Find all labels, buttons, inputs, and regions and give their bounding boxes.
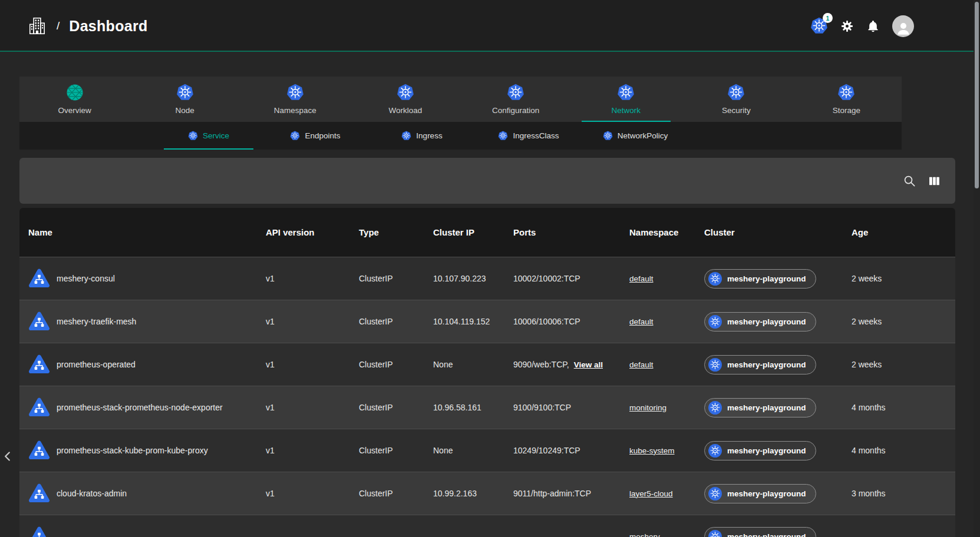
ports-value: 9100/9100:TCP [513, 403, 571, 412]
page-scrollbar[interactable] [974, 0, 980, 537]
ports-value: 9011/http-admin:TCP [513, 489, 591, 498]
category-tab[interactable]: Network [571, 77, 681, 122]
kubernetes-icon [708, 487, 722, 500]
cluster-chip[interactable]: meshery-playground [704, 527, 816, 537]
collapse-drawer-button[interactable] [0, 449, 15, 464]
services-table: Name API version Type Cluster IP Ports N… [19, 208, 955, 537]
category-tab-label: Namespace [274, 106, 316, 115]
cluster-chip[interactable]: meshery-playground [704, 355, 816, 374]
category-tab-label: Configuration [492, 106, 539, 115]
service-type-value: ClusterIP [359, 446, 433, 455]
cluster-chip[interactable]: meshery-playground [704, 312, 816, 332]
column-header-cluster[interactable]: Cluster [704, 227, 852, 237]
kubernetes-icon [401, 131, 411, 141]
column-header-age[interactable]: Age [852, 227, 955, 237]
building-icon[interactable] [27, 16, 47, 36]
resource-subtab[interactable]: IngressClass [481, 122, 576, 150]
search-icon [903, 174, 916, 188]
table-row[interactable]: prometheus-operated v1 ClusterIP None 90… [19, 343, 955, 386]
cluster-chip[interactable]: meshery-playground [704, 484, 816, 503]
cluster-name: meshery-playground [727, 360, 806, 369]
kubernetes-icon [188, 131, 198, 141]
kubernetes-icon [290, 131, 300, 141]
namespace-link[interactable]: default [629, 274, 654, 283]
search-button[interactable] [903, 174, 916, 188]
column-header-ports[interactable]: Ports [513, 227, 629, 237]
table-row[interactable]: prometheus-stack-prometheus-node-exporte… [19, 386, 955, 429]
kubernetes-icon [507, 84, 524, 101]
cluster-ip-value: None [433, 360, 513, 369]
kubernetes-icon [397, 84, 414, 101]
table-header-row: Name API version Type Cluster IP Ports N… [19, 208, 955, 257]
category-tab[interactable]: Security [681, 77, 791, 122]
notifications-button[interactable] [866, 19, 880, 33]
user-avatar[interactable] [892, 15, 914, 37]
namespace-link[interactable]: default [629, 360, 654, 369]
namespace-link[interactable]: monitoring [629, 403, 666, 412]
cluster-name: meshery-playground [727, 274, 806, 283]
category-tab[interactable]: Node [130, 77, 240, 122]
category-tab[interactable]: Configuration [461, 77, 571, 122]
settings-gear-icon [840, 19, 854, 33]
category-tab[interactable]: Workload [350, 77, 460, 122]
kubernetes-icon [603, 131, 613, 141]
table-row[interactable]: prometheus-stack-kube-prom-kube-proxy v1… [19, 429, 955, 472]
cluster-chip[interactable]: meshery-playground [704, 441, 816, 460]
resource-subtab[interactable]: Ingress [375, 122, 469, 150]
cluster-chip[interactable]: meshery-playground [704, 269, 816, 289]
column-header-cluster-ip[interactable]: Cluster IP [433, 227, 513, 237]
service-name: meshery-consul [57, 274, 115, 283]
scrollbar-thumb[interactable] [975, 2, 979, 188]
kubernetes-icon [708, 401, 722, 415]
table-toolbar [19, 158, 955, 204]
resource-subtab-label: Endpoints [305, 131, 340, 140]
resource-subtab[interactable]: Service [161, 122, 256, 150]
kubernetes-icon [708, 444, 722, 458]
view-columns-button[interactable] [928, 174, 941, 188]
cluster-ip-value: 10.96.58.161 [433, 403, 513, 412]
category-tab[interactable]: Storage [791, 77, 902, 122]
column-header-type[interactable]: Type [359, 227, 433, 237]
age-value: 2 weeks [852, 360, 955, 369]
column-header-name[interactable]: Name [28, 227, 266, 237]
resource-subtab-label: IngressClass [513, 131, 559, 140]
topbar-actions: 1 [810, 0, 914, 52]
kubernetes-icon [498, 131, 508, 141]
category-tab-label: Security [722, 106, 751, 115]
table-row[interactable]: meshery meshery-playground [19, 515, 955, 537]
column-header-namespace[interactable]: Namespace [629, 227, 704, 237]
api-version-value: v1 [266, 446, 359, 455]
namespace-link[interactable]: layer5-cloud [629, 489, 673, 498]
table-row[interactable]: meshery-traefik-mesh v1 ClusterIP 10.104… [19, 300, 955, 343]
resource-subtab[interactable]: NetworkPolicy [588, 122, 682, 150]
category-tab[interactable]: Overview [19, 77, 130, 122]
service-icon [28, 440, 50, 462]
service-icon [28, 483, 50, 505]
namespace-link[interactable]: default [629, 317, 654, 326]
age-value: 2 weeks [852, 274, 955, 283]
ports-value: 10002/10002:TCP [513, 274, 580, 283]
category-tab-label: Overview [58, 106, 91, 115]
kubernetes-context-button[interactable]: 1 [810, 17, 828, 35]
category-tab[interactable]: Namespace [240, 77, 350, 122]
column-header-api-version[interactable]: API version [266, 227, 359, 237]
top-app-bar: / Dashboard 1 [0, 0, 980, 52]
table-row[interactable]: cloud-kratos-admin v1 ClusterIP 10.99.2.… [19, 472, 955, 515]
service-type-value: ClusterIP [359, 274, 433, 283]
service-name: prometheus-operated [57, 360, 136, 369]
namespace-link[interactable]: kube-system [629, 446, 675, 455]
meshery-icon [66, 84, 84, 101]
service-name: cloud-kratos-admin [57, 489, 127, 498]
service-name: prometheus-stack-kube-prom-kube-proxy [57, 446, 208, 455]
resource-subtab[interactable]: Endpoints [268, 122, 362, 150]
view-all-ports-link[interactable]: View all [574, 360, 603, 369]
settings-button[interactable] [840, 19, 854, 33]
context-count-badge: 1 [823, 13, 833, 23]
service-icon [28, 526, 50, 537]
cluster-chip[interactable]: meshery-playground [704, 398, 816, 417]
table-row[interactable]: meshery-consul v1 ClusterIP 10.107.90.22… [19, 257, 955, 300]
chevron-left-icon [0, 449, 15, 464]
age-value: 3 months [852, 489, 955, 498]
notifications-bell-icon [866, 19, 880, 33]
namespace-link[interactable]: meshery [629, 532, 660, 537]
